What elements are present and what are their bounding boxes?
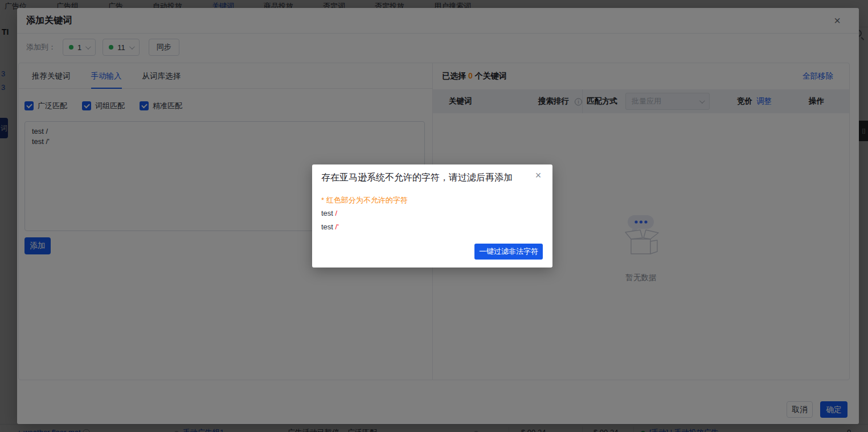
line-ok-part: test [321,223,335,231]
illegal-line: test /' [321,223,339,231]
dialog-title: 存在亚马逊系统不允许的字符，请过滤后再添加 [321,172,513,184]
line-bad-part: /' [335,223,339,231]
illegal-line: test / [321,209,337,217]
line-ok-part: test [321,209,335,217]
line-bad-part: / [335,209,338,217]
dialog-hint-text: * 红色部分为不允许的字符 [321,195,408,205]
illegal-characters-dialog: 存在亚马逊系统不允许的字符，请过滤后再添加 × * 红色部分为不允许的字符 te… [312,164,552,268]
close-icon[interactable]: × [531,168,546,183]
screen: 广告位 广告组 广告 自动投放 关键词 商品投放 否定词 否定投放 用户搜索词 … [0,0,868,432]
filter-illegal-characters-button[interactable]: 一键过滤非法字符 [474,244,543,260]
